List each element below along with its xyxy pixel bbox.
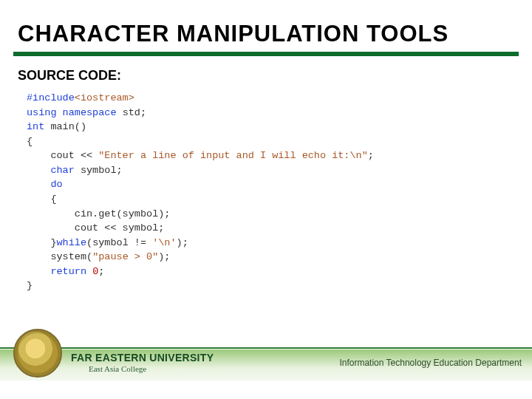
- code-text: cout <<: [27, 150, 98, 161]
- code-text: symbol;: [75, 165, 123, 176]
- code-string: "Enter a line of input and I will echo i…: [98, 150, 368, 161]
- code-kw: return: [27, 266, 86, 277]
- code-text: );: [177, 237, 188, 248]
- code-kw: #include: [27, 92, 75, 103]
- slide-title: CHARACTER MANIPULATION TOOLS: [13, 21, 519, 47]
- code-text: system(: [27, 251, 92, 262]
- code-text: cin.get(symbol);: [27, 208, 170, 219]
- code-include-header: <iostream>: [75, 92, 134, 103]
- code-text: main(): [44, 121, 86, 132]
- code-block: #include<iostream> using namespace std; …: [13, 91, 519, 293]
- code-kw: int: [27, 121, 44, 132]
- code-kw: using namespace: [27, 107, 117, 118]
- code-char: '\n': [152, 237, 176, 248]
- college-name: East Asia College: [89, 364, 214, 373]
- footer-rule: [0, 347, 532, 349]
- university-seal-icon: [13, 329, 62, 378]
- code-kw: do: [27, 179, 63, 190]
- code-text: ;: [98, 266, 104, 277]
- subheading: SOURCE CODE:: [18, 68, 519, 83]
- code-text: (symbol !=: [86, 237, 152, 248]
- title-rule: [13, 52, 519, 56]
- university-name: FAR EASTERN UNIVERSITY: [71, 352, 214, 364]
- department-name: Information Technology Education Departm…: [339, 358, 522, 368]
- code-kw: while: [57, 237, 87, 248]
- code-kw: char: [27, 165, 75, 176]
- code-text: [86, 266, 92, 277]
- code-text: std;: [117, 107, 147, 118]
- code-text: );: [158, 251, 170, 262]
- footer: FAR EASTERN UNIVERSITY East Asia College…: [0, 341, 532, 384]
- code-text: }: [27, 280, 33, 291]
- code-text: {: [27, 194, 57, 205]
- university-block: FAR EASTERN UNIVERSITY East Asia College: [71, 352, 214, 373]
- code-text: {: [27, 136, 33, 147]
- code-string: "pause > 0": [92, 251, 158, 262]
- code-text: ;: [368, 150, 374, 161]
- code-text: }: [27, 237, 57, 248]
- code-text: cout << symbol;: [27, 222, 164, 233]
- slide: CHARACTER MANIPULATION TOOLS SOURCE CODE…: [0, 0, 532, 399]
